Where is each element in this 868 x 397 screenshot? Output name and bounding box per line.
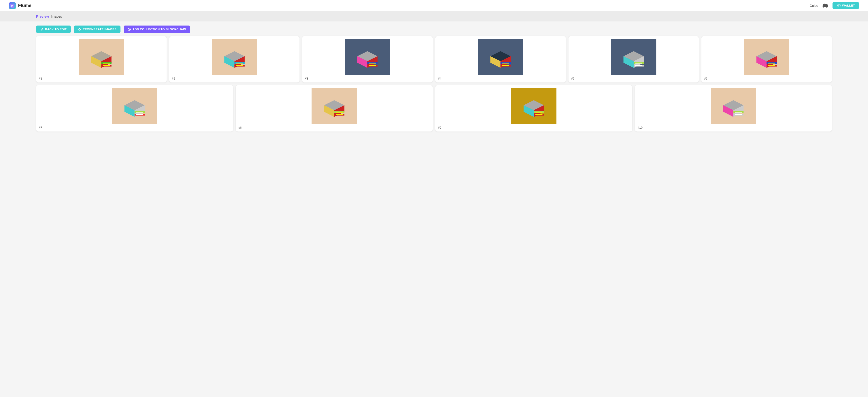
breadcrumb-images: Images — [51, 14, 62, 18]
image-card[interactable]: #6 — [702, 36, 832, 82]
cube-image — [438, 88, 629, 124]
image-card[interactable]: #5 — [568, 36, 699, 82]
cube-image — [172, 39, 297, 75]
brand-name: Flume — [18, 3, 31, 8]
regenerate-images-button[interactable]: REGENERATE IMAGES — [74, 26, 121, 33]
image-card[interactable]: #7 — [36, 85, 233, 132]
cube-image — [704, 39, 829, 75]
image-card[interactable]: #8 — [236, 85, 433, 132]
cube-image — [638, 88, 829, 124]
back-to-edit-button[interactable]: BACK TO EDIT — [36, 26, 71, 33]
image-card[interactable]: #9 — [435, 85, 632, 132]
wallet-button[interactable]: MY WALLET — [833, 2, 859, 9]
cube-image — [438, 39, 563, 75]
image-card[interactable]: #10 — [635, 85, 832, 132]
image-grid: #1 #2 #3 #4 #5 — [0, 36, 868, 143]
card-label: #10 — [638, 126, 643, 129]
cube-image — [305, 39, 430, 75]
brand-icon — [9, 2, 16, 9]
breadcrumb-preview: Preview — [36, 14, 49, 18]
discord-icon[interactable] — [823, 3, 828, 8]
edit-icon — [40, 28, 43, 31]
brand: Flume — [9, 2, 31, 9]
refresh-icon — [78, 28, 81, 31]
blockchain-icon — [128, 28, 131, 31]
card-label: #4 — [438, 77, 441, 80]
toolbar: BACK TO EDIT REGENERATE IMAGES ADD COLLE… — [0, 22, 868, 36]
card-label: #2 — [172, 77, 175, 80]
cube-image — [239, 88, 430, 124]
image-card[interactable]: #1 — [36, 36, 166, 82]
cube-image — [39, 39, 164, 75]
card-label: #3 — [305, 77, 308, 80]
card-label: #8 — [239, 126, 242, 129]
grid-row-2: #7 #8 #9 #10 — [36, 85, 832, 132]
card-label: #5 — [571, 77, 575, 80]
cube-image — [571, 39, 696, 75]
cube-image — [39, 88, 230, 124]
image-card[interactable]: #2 — [169, 36, 300, 82]
add-to-blockchain-button[interactable]: ADD COLLECTION TO BLOCKCHAIN — [124, 26, 190, 33]
grid-row-1: #1 #2 #3 #4 #5 — [36, 36, 832, 82]
navbar-right: Guide MY WALLET — [810, 2, 859, 9]
guide-link[interactable]: Guide — [810, 4, 818, 7]
card-label: #6 — [704, 77, 707, 80]
card-label: #1 — [39, 77, 42, 80]
navbar: Flume Guide MY WALLET — [0, 0, 868, 11]
image-card[interactable]: #4 — [435, 36, 566, 82]
card-label: #9 — [438, 126, 441, 129]
breadcrumb: Preview Images — [0, 11, 868, 22]
card-label: #7 — [39, 126, 42, 129]
image-card[interactable]: #3 — [302, 36, 433, 82]
